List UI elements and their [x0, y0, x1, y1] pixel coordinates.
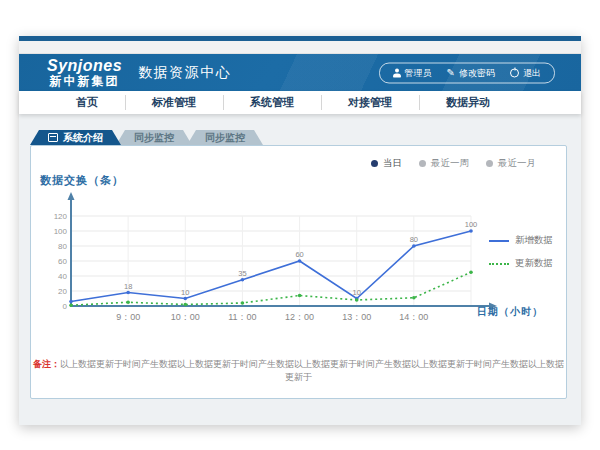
- tab-system-intro-label: 系统介绍: [63, 131, 103, 145]
- x-tick-label: 13：00: [342, 312, 371, 322]
- tab-sync-monitor-2[interactable]: 同步监控: [187, 130, 263, 145]
- y-tick-label: 0: [63, 302, 68, 311]
- data-point: [241, 301, 245, 305]
- y-tick-label: 20: [58, 287, 67, 296]
- filter-last-week-label: 最近一周: [431, 157, 469, 170]
- user-menu-logout-label: 退出: [523, 66, 541, 79]
- radio-selected-icon: [371, 160, 378, 167]
- data-point: [183, 303, 187, 307]
- nav-item-system[interactable]: 系统管理: [223, 91, 321, 114]
- data-point: [241, 278, 245, 282]
- content-area: 系统介绍 同步监控 同步监控 当日 最近一周: [19, 114, 581, 426]
- data-point: [298, 259, 302, 263]
- user-menu-admin[interactable]: 管理员: [393, 66, 432, 79]
- data-point-label: 100: [465, 220, 478, 229]
- x-axis-title: 日期（小时）: [477, 305, 543, 319]
- x-tick-label: 14：00: [399, 312, 428, 322]
- nav-item-integration[interactable]: 对接管理: [321, 91, 419, 114]
- data-point-label: 10: [181, 288, 189, 297]
- legend-new-data-label: 新增数据: [515, 234, 553, 247]
- filter-last-month-label: 最近一月: [498, 157, 536, 170]
- dotted-line-icon: [489, 263, 509, 265]
- data-point: [412, 244, 416, 248]
- nav-item-home[interactable]: 首页: [49, 91, 125, 114]
- y-tick-label: 100: [54, 227, 68, 236]
- nav-item-standards[interactable]: 标准管理: [125, 91, 223, 114]
- data-point-label: 18: [124, 282, 132, 291]
- data-point: [126, 300, 130, 304]
- data-point: [126, 291, 130, 295]
- legend-update-data-label: 更新数据: [515, 257, 553, 270]
- power-icon: [510, 68, 519, 77]
- filter-today-label: 当日: [383, 157, 402, 170]
- x-tick-label: 12：00: [285, 312, 314, 322]
- data-point: [69, 300, 73, 304]
- data-point: [469, 270, 473, 274]
- app-window: Synjones 新中新集团 数据资源中心 管理员 ✎ 修改密码 退出 首页 标…: [19, 36, 581, 425]
- data-point: [298, 294, 302, 298]
- data-point: [412, 296, 416, 300]
- user-icon: [393, 68, 401, 77]
- y-tick-label: 60: [58, 257, 67, 266]
- tab-system-intro[interactable]: 系统介绍: [30, 130, 121, 145]
- user-menu-change-password[interactable]: ✎ 修改密码: [447, 66, 495, 79]
- nav-item-data-changes[interactable]: 数据异动: [419, 91, 517, 114]
- y-tick-label: 40: [58, 272, 67, 281]
- filter-last-month[interactable]: 最近一月: [486, 157, 536, 170]
- tab-sync-monitor-1[interactable]: 同步监控: [116, 130, 192, 145]
- range-filter-group: 当日 最近一周 最近一月: [371, 157, 536, 170]
- logo-en: Synjones: [47, 57, 122, 75]
- x-tick-label: 10：00: [171, 312, 200, 322]
- y-axis-arrow-icon: [68, 192, 75, 200]
- user-menu-logout[interactable]: 退出: [510, 66, 541, 79]
- page-title: 数据资源中心: [138, 64, 231, 82]
- data-point-label: 10: [353, 288, 361, 297]
- legend-item-update-data[interactable]: 更新数据: [489, 257, 553, 270]
- data-point: [69, 303, 73, 307]
- user-menu-admin-label: 管理员: [405, 66, 432, 79]
- exchange-chart: 0204060801001209：0010：0011：0012：0013：001…: [41, 186, 501, 326]
- document-icon: [48, 133, 58, 142]
- data-point-label: 35: [238, 269, 246, 278]
- user-menu: 管理员 ✎ 修改密码 退出: [379, 62, 555, 83]
- tab-sync-monitor-1-label: 同步监控: [134, 131, 174, 145]
- solid-line-icon: [489, 240, 509, 242]
- footnote: 备注：以上数据更新于时间产生数据以上数据更新于时间产生数据以上数据更新于时间产生…: [31, 358, 566, 384]
- y-tick-label: 120: [54, 212, 68, 221]
- tab-bar: 系统介绍 同步监控 同步监控: [30, 130, 258, 145]
- main-nav: 首页 标准管理 系统管理 对接管理 数据异动: [19, 91, 581, 114]
- logo-cn: 新中新集团: [47, 75, 122, 88]
- footnote-text: 以上数据更新于时间产生数据以上数据更新于时间产生数据以上数据更新于时间产生数据以…: [60, 359, 564, 382]
- edit-icon: ✎: [447, 68, 455, 78]
- app-header: Synjones 新中新集团 数据资源中心 管理员 ✎ 修改密码 退出: [19, 54, 581, 91]
- legend-item-new-data[interactable]: 新增数据: [489, 234, 553, 247]
- x-tick-label: 11：00: [228, 312, 256, 322]
- filter-last-week[interactable]: 最近一周: [419, 157, 469, 170]
- y-tick-label: 80: [58, 242, 67, 251]
- radio-icon: [419, 160, 426, 167]
- filter-today[interactable]: 当日: [371, 157, 402, 170]
- user-menu-change-password-label: 修改密码: [459, 66, 495, 79]
- data-point-label: 60: [295, 250, 303, 259]
- footnote-prefix: 备注：: [33, 359, 60, 369]
- data-point: [355, 298, 359, 302]
- chart-legend: 新增数据 更新数据: [489, 234, 553, 270]
- chart-panel: 当日 最近一周 最近一月 数据交换（条） 0204060801001209：00…: [30, 145, 567, 399]
- x-tick-label: 9：00: [116, 312, 140, 322]
- data-point-label: 80: [410, 235, 418, 244]
- window-top-gap: [19, 41, 581, 54]
- radio-icon: [486, 160, 493, 167]
- data-point: [183, 297, 187, 301]
- data-point: [469, 229, 473, 233]
- logo[interactable]: Synjones 新中新集团: [47, 57, 122, 88]
- tab-sync-monitor-2-label: 同步监控: [205, 131, 245, 145]
